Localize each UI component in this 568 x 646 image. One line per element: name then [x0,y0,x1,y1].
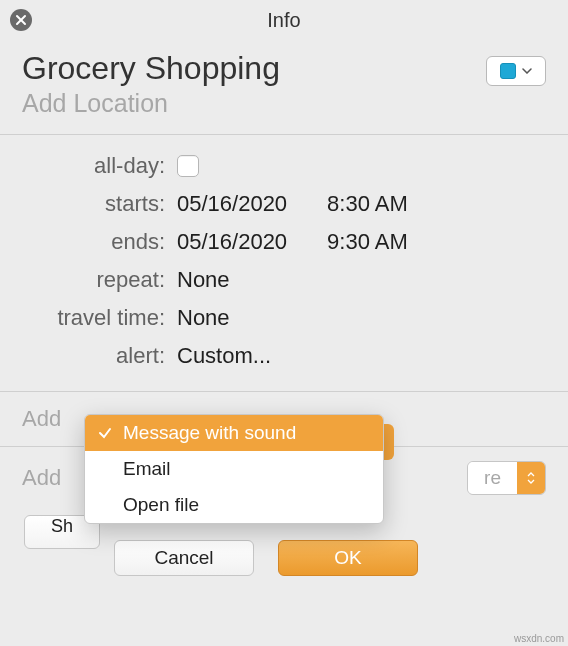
dialog-buttons: Cancel OK [114,540,418,576]
stepper-arrows-icon [517,462,545,494]
popup-item-label: Message with sound [123,422,296,444]
repeat-label: repeat: [22,267,177,293]
starts-date[interactable]: 05/16/2020 [177,191,287,217]
chevron-down-icon [522,68,532,74]
more-options-label: re [468,462,517,494]
repeat-value[interactable]: None [177,267,230,293]
event-title[interactable]: Grocery Shopping [22,50,486,87]
ends-time[interactable]: 9:30 AM [327,229,408,255]
starts-time[interactable]: 8:30 AM [327,191,408,217]
location-field[interactable]: Add Location [22,89,486,118]
watermark: wsxdn.com [514,633,564,644]
close-button[interactable] [10,9,32,31]
alert-value[interactable]: Custom... [177,343,271,369]
popup-item-label: Open file [123,494,199,516]
travel-time-label: travel time: [22,305,177,331]
alert-type-popup: Message with sound Email Open file [84,414,384,524]
allday-label: all-day: [22,153,177,179]
add-attachments-label: Add [22,465,61,491]
starts-label: starts: [22,191,177,217]
checkmark-icon [97,426,113,440]
allday-checkbox[interactable] [177,155,199,177]
ends-date[interactable]: 05/16/2020 [177,229,287,255]
popup-item-message-with-sound[interactable]: Message with sound [85,415,383,451]
cancel-button[interactable]: Cancel [114,540,254,576]
popup-item-open-file[interactable]: Open file [85,487,383,523]
travel-time-value[interactable]: None [177,305,230,331]
popup-item-label: Email [123,458,171,480]
event-header: Grocery Shopping Add Location [0,40,568,134]
event-fields: all-day: starts: 05/16/2020 8:30 AM ends… [0,135,568,391]
titlebar: Info [0,0,568,40]
close-icon [15,14,27,26]
ends-label: ends: [22,229,177,255]
popup-item-email[interactable]: Email [85,451,383,487]
calendar-color-selector[interactable] [486,56,546,86]
more-options-select[interactable]: re [467,461,546,495]
calendar-color-swatch [500,63,516,79]
alert-label: alert: [22,343,177,369]
ok-button[interactable]: OK [278,540,418,576]
window-title: Info [0,9,568,32]
